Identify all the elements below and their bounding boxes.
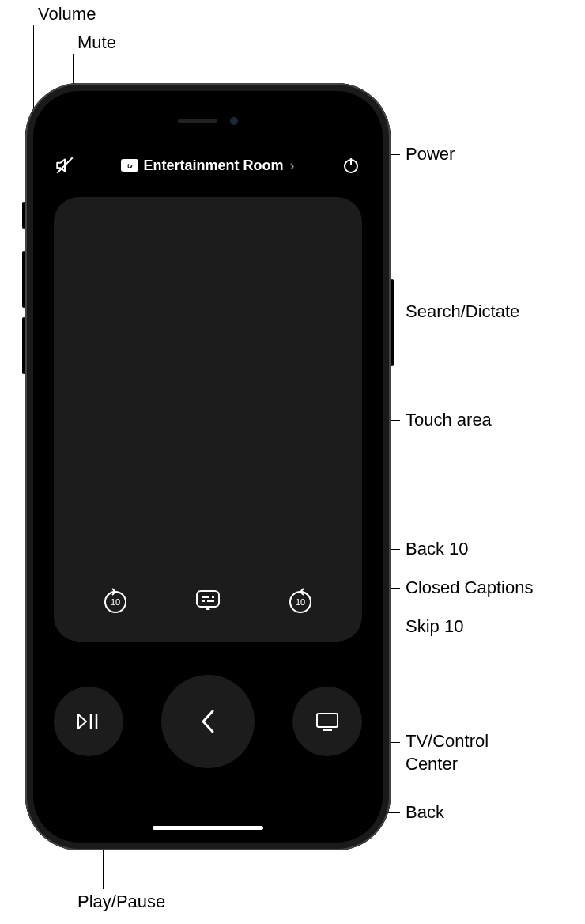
closed-captions-icon [194, 589, 221, 612]
back-10-button[interactable]: 10 [96, 581, 134, 619]
callout-back: Back [406, 801, 444, 824]
callout-touch-area: Touch area [406, 409, 492, 432]
top-bar: tv Entertainment Room › [51, 150, 365, 181]
touchpad-controls: 10 [54, 581, 362, 619]
closed-captions-button[interactable] [189, 581, 227, 619]
device-selector[interactable]: tv Entertainment Room › [87, 157, 329, 174]
skip-10-button[interactable]: 10 [281, 581, 319, 619]
callout-search-dictate: Search/Dictate [406, 301, 519, 324]
callout-skip-10: Skip 10 [406, 615, 463, 638]
appletv-badge-icon: tv [121, 159, 138, 172]
callout-tv-control-center: TV/Control Center [406, 730, 489, 775]
silent-switch[interactable] [22, 202, 25, 229]
callout-play-pause: Play/Pause [77, 891, 165, 914]
svg-text:10: 10 [296, 597, 305, 607]
play-pause-button[interactable] [54, 687, 123, 756]
speaker [178, 119, 217, 123]
power-icon [342, 156, 360, 175]
home-indicator[interactable] [153, 826, 263, 830]
tv-icon [315, 711, 340, 732]
back-button[interactable] [161, 675, 255, 768]
svg-rect-14 [317, 714, 338, 727]
callout-closed-captions: Closed Captions [406, 577, 533, 600]
device-name-label: Entertainment Room [143, 157, 283, 174]
mute-button[interactable] [51, 151, 79, 180]
callout-back-10: Back 10 [406, 538, 469, 561]
tv-control-center-button[interactable] [292, 687, 362, 756]
chevron-right-icon: › [290, 157, 295, 174]
svg-text:10: 10 [111, 597, 120, 607]
callout-power: Power [406, 143, 455, 166]
volume-up-button[interactable] [22, 251, 25, 308]
back-chevron-icon [199, 708, 217, 735]
touch-area[interactable]: 10 [54, 197, 362, 642]
volume-down-button[interactable] [22, 317, 25, 374]
phone-frame: tv Entertainment Room › 10 [25, 83, 391, 850]
mute-icon [55, 155, 75, 176]
power-side-button[interactable] [391, 279, 394, 366]
callout-volume: Volume [38, 3, 96, 26]
power-button[interactable] [337, 151, 365, 180]
callout-mute: Mute [77, 32, 116, 55]
svg-rect-5 [197, 591, 219, 607]
bottom-controls [54, 675, 362, 768]
play-pause-icon [77, 712, 100, 731]
back-10-icon: 10 [101, 586, 130, 615]
notch [160, 108, 255, 134]
skip-10-icon: 10 [286, 586, 315, 615]
screen: tv Entertainment Room › 10 [36, 94, 379, 839]
front-camera [230, 117, 238, 125]
